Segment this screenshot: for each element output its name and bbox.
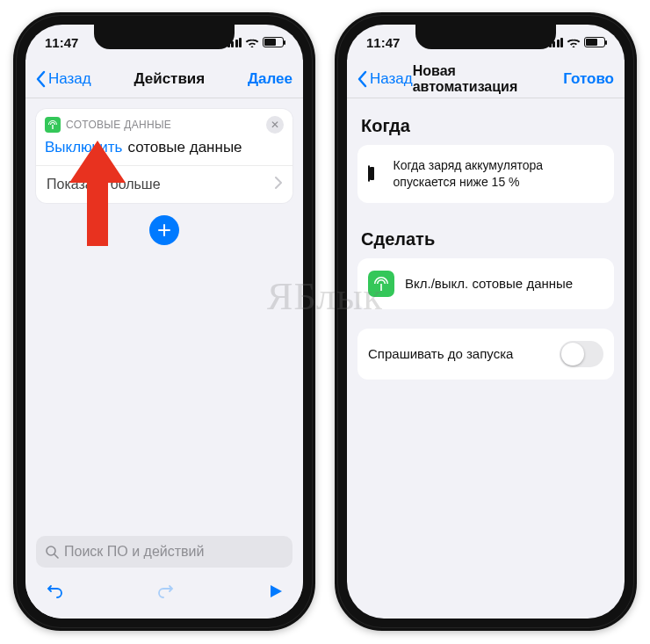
wifi-icon: [245, 37, 259, 47]
ask-before-run-cell: Спрашивать до запуска: [358, 329, 614, 380]
status-time: 11:47: [366, 35, 400, 50]
search-input[interactable]: Поиск ПО и действий: [36, 536, 292, 568]
phone-right: 11:47 Назад Новая автоматизация Готово: [335, 12, 637, 631]
chevron-right-icon: [275, 177, 282, 192]
cellular-icon: [45, 117, 61, 133]
show-more-row[interactable]: Показать больше: [36, 165, 292, 203]
redo-button[interactable]: [156, 580, 176, 604]
notch: [94, 25, 235, 49]
add-action-button[interactable]: [149, 215, 179, 245]
ask-label: Спрашивать до запуска: [368, 346, 513, 361]
done-button[interactable]: Готово: [563, 70, 614, 88]
action-badge: СОТОВЫЕ ДАННЫЕ: [66, 119, 171, 131]
undo-button[interactable]: [45, 580, 64, 604]
clear-button[interactable]: ✕: [266, 116, 284, 134]
wifi-icon: [567, 37, 581, 47]
action-text: сотовые данные: [127, 139, 242, 156]
phone-left: 11:47 Назад Действия Далее: [13, 12, 315, 631]
back-button[interactable]: Назад: [358, 70, 413, 88]
section-when-title: Когда: [361, 116, 610, 136]
back-button[interactable]: Назад: [36, 70, 91, 88]
nav-bar: Назад Новая автоматизация Готово: [347, 60, 625, 98]
back-label: Назад: [370, 70, 413, 88]
search-icon: [45, 545, 59, 559]
back-label: Назад: [48, 70, 91, 88]
notch: [415, 25, 556, 49]
battery-icon: [263, 37, 284, 47]
search-placeholder: Поиск ПО и действий: [64, 544, 204, 560]
when-text: Когда заряд аккумулятора опускается ниже…: [394, 157, 603, 191]
cellular-app-icon: [368, 271, 394, 297]
section-do-title: Сделать: [361, 229, 610, 250]
ask-toggle[interactable]: [560, 341, 603, 367]
do-cell[interactable]: Вкл./выкл. сотовые данные: [358, 258, 614, 309]
bottom-toolbar: [25, 575, 303, 619]
nav-title: Новая автоматизация: [413, 63, 563, 95]
when-cell[interactable]: Когда заряд аккумулятора опускается ниже…: [358, 145, 614, 203]
run-button[interactable]: [268, 583, 284, 599]
nav-bar: Назад Действия Далее: [25, 60, 303, 98]
toggle-link[interactable]: Выключить: [45, 139, 122, 156]
action-card: СОТОВЫЕ ДАННЫЕ ✕ Выключитьсотовые данные…: [36, 109, 292, 203]
do-text: Вкл./выкл. сотовые данные: [405, 276, 573, 291]
nav-title: Действия: [134, 70, 205, 88]
battery-low-icon: [368, 166, 383, 181]
next-button[interactable]: Далее: [248, 70, 292, 88]
svg-line-1: [54, 554, 58, 558]
battery-icon: [584, 37, 605, 47]
status-time: 11:47: [45, 35, 78, 50]
show-more-label: Показать больше: [47, 177, 161, 192]
